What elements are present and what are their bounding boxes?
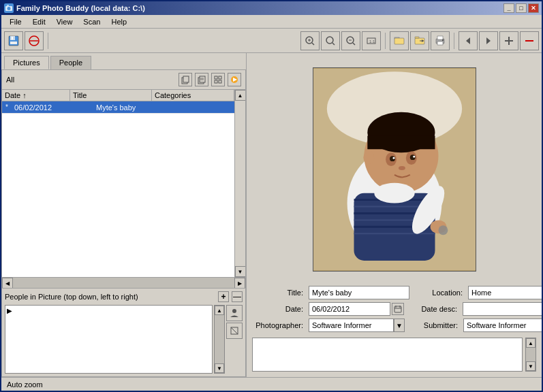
submitter-input[interactable] bbox=[463, 318, 542, 332]
zoom-fit-button[interactable] bbox=[321, 31, 340, 50]
row-star: * bbox=[2, 103, 12, 111]
people-label: People in Picture (top down, left to rig… bbox=[5, 293, 138, 301]
list-rows: * 06/02/2012 Myte's baby bbox=[2, 101, 234, 277]
svg-point-61 bbox=[413, 156, 415, 158]
date-picker-button[interactable] bbox=[392, 303, 404, 315]
main-window: Family Photo Buddy (local data: C:\) _ □… bbox=[0, 0, 543, 392]
tab-pictures[interactable]: Pictures bbox=[4, 56, 49, 69]
title-input[interactable] bbox=[309, 286, 409, 299]
header-date[interactable]: Date ↑ bbox=[2, 90, 70, 101]
photo-area bbox=[252, 59, 536, 280]
date-label: Date: bbox=[252, 305, 303, 313]
filter-copy-button[interactable] bbox=[179, 73, 192, 86]
next-button[interactable] bbox=[479, 31, 498, 50]
list-container: Date ↑ Title Categories * 06/02/2012 Myt… bbox=[2, 90, 245, 288]
menu-view[interactable]: View bbox=[51, 16, 78, 27]
zoom-in-button[interactable] bbox=[300, 31, 320, 50]
save-button[interactable] bbox=[4, 31, 23, 50]
people-action-2[interactable] bbox=[226, 323, 243, 339]
svg-point-60 bbox=[392, 157, 394, 159]
tab-people[interactable]: People bbox=[50, 56, 91, 69]
tab-content: All bbox=[1, 69, 246, 377]
tabs: Pictures People bbox=[1, 53, 246, 69]
notes-textarea[interactable] bbox=[252, 338, 523, 372]
filter-run-button[interactable] bbox=[228, 73, 241, 86]
svg-marker-30 bbox=[466, 37, 470, 44]
table-row[interactable]: * 06/02/2012 Myte's baby bbox=[2, 101, 234, 114]
svg-line-10 bbox=[312, 43, 314, 45]
svg-point-29 bbox=[442, 39, 444, 41]
header-title[interactable]: Title bbox=[70, 90, 152, 101]
menu-edit[interactable]: Edit bbox=[27, 16, 51, 27]
menu-bar: File Edit View Scan Help bbox=[1, 15, 542, 29]
photographer-input[interactable] bbox=[309, 318, 394, 332]
people-list-box: ▶ bbox=[5, 305, 213, 374]
status-bar: Auto zoom bbox=[1, 377, 542, 391]
people-remove-button[interactable]: — bbox=[232, 291, 243, 302]
minimize-button[interactable]: _ bbox=[503, 3, 514, 13]
prev-button[interactable] bbox=[459, 31, 478, 50]
people-scroll-up[interactable]: ▲ bbox=[215, 306, 224, 315]
svg-rect-36 bbox=[183, 76, 189, 82]
people-scroll-down[interactable]: ▼ bbox=[215, 363, 224, 373]
filter-label: All bbox=[6, 76, 14, 84]
menu-file[interactable]: File bbox=[4, 16, 27, 27]
form-area: Title: Location: Date: bbox=[252, 286, 536, 372]
remove-photo-button[interactable] bbox=[520, 31, 539, 50]
svg-text:1:1: 1:1 bbox=[369, 39, 375, 44]
people-list-area: ▶ ▲ ▼ bbox=[5, 305, 243, 374]
hscroll-left-button[interactable]: ◀ bbox=[2, 278, 13, 288]
toolbar: 1:1 bbox=[1, 29, 542, 53]
filter-grid-button[interactable] bbox=[211, 73, 225, 86]
submitter-label: Submitter: bbox=[410, 321, 458, 329]
filter-edit-button[interactable] bbox=[195, 73, 208, 86]
add-photo-button[interactable] bbox=[499, 31, 518, 50]
notes-scroll-down[interactable]: ▼ bbox=[526, 361, 536, 371]
people-action-1[interactable] bbox=[226, 305, 243, 321]
zoom-out-button[interactable] bbox=[341, 31, 360, 50]
cancel-button[interactable] bbox=[25, 31, 44, 50]
svg-marker-31 bbox=[486, 37, 491, 44]
svg-line-14 bbox=[332, 43, 335, 45]
close-button[interactable]: ✕ bbox=[528, 3, 539, 13]
notes-scroll-track[interactable] bbox=[526, 348, 536, 361]
notes-scrollbar: ▲ ▼ bbox=[525, 338, 536, 372]
open-button[interactable] bbox=[390, 31, 409, 50]
date-input[interactable] bbox=[309, 302, 390, 316]
people-play-button[interactable]: ▶ bbox=[7, 307, 16, 316]
notes-scroll-up[interactable]: ▲ bbox=[526, 338, 536, 348]
status-text: Auto zoom bbox=[7, 380, 43, 389]
header-categories[interactable]: Categories bbox=[152, 90, 234, 101]
scroll-down-button[interactable]: ▼ bbox=[235, 266, 246, 277]
people-scroll-track[interactable] bbox=[215, 315, 224, 363]
open-folder-button[interactable] bbox=[410, 31, 429, 50]
scroll-track[interactable] bbox=[235, 101, 246, 266]
title-bar: Family Photo Buddy (local data: C:\) _ □… bbox=[1, 1, 542, 15]
photo-display bbox=[313, 67, 476, 272]
right-panel: Title: Location: Date: bbox=[247, 53, 542, 377]
maximize-button[interactable]: □ bbox=[516, 3, 527, 13]
title-label: Title: bbox=[252, 289, 303, 297]
zoom-actual-button[interactable]: 1:1 bbox=[362, 31, 381, 50]
app-icon bbox=[4, 3, 14, 13]
date-desc-input[interactable] bbox=[463, 302, 542, 316]
scroll-up-button[interactable]: ▲ bbox=[235, 90, 246, 101]
toolbar-sep-3 bbox=[454, 33, 454, 49]
svg-rect-28 bbox=[437, 42, 443, 45]
photographer-dropdown-button[interactable]: ▼ bbox=[394, 318, 405, 332]
hscroll-track[interactable] bbox=[13, 278, 234, 288]
print-button[interactable] bbox=[431, 31, 450, 50]
svg-rect-5 bbox=[10, 42, 17, 44]
svg-point-71 bbox=[374, 183, 415, 203]
location-input[interactable] bbox=[468, 286, 542, 299]
title-buttons: _ □ ✕ bbox=[503, 3, 539, 13]
svg-rect-44 bbox=[219, 80, 221, 83]
photographer-label: Photographer: bbox=[252, 321, 303, 329]
toolbar-sep-2 bbox=[385, 33, 386, 49]
menu-help[interactable]: Help bbox=[106, 16, 132, 27]
svg-rect-23 bbox=[415, 37, 419, 38]
menu-scan[interactable]: Scan bbox=[78, 16, 106, 27]
people-add-button[interactable]: + bbox=[218, 291, 229, 302]
title-bar-left: Family Photo Buddy (local data: C:\) bbox=[4, 3, 145, 13]
hscroll-right-button[interactable]: ▶ bbox=[234, 278, 245, 288]
